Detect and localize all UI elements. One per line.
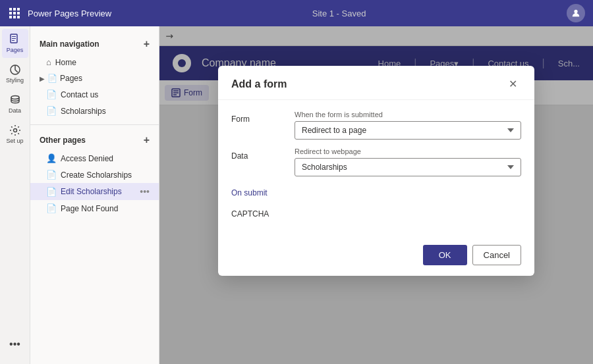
create-scholarships-label: Create Scholarships: [61, 170, 132, 180]
svg-rect-12: [12, 38, 16, 39]
form-row-label: Form: [231, 111, 284, 124]
page-not-found-icon: 📄: [46, 203, 57, 213]
create-scholarships-icon: 📄: [46, 170, 57, 180]
data-row-label: Data: [231, 147, 284, 161]
svg-rect-0: [9, 8, 12, 11]
sidebar-item-page-not-found[interactable]: 📄 Page Not Found: [30, 200, 159, 217]
svg-rect-8: [17, 16, 20, 18]
svg-point-15: [11, 96, 19, 99]
pages-group-label: Pages: [60, 74, 82, 83]
svg-rect-13: [12, 40, 14, 41]
sidebar-item-edit-scholarships[interactable]: 📄 Edit Scholarships •••: [30, 183, 159, 200]
svg-point-16: [13, 129, 16, 132]
home-label: Home: [55, 58, 76, 67]
rail-more-dots: •••: [9, 338, 20, 350]
sidebar-item-scholarships-main[interactable]: 📄 Scholarships: [30, 103, 159, 119]
icon-rail: Pages Styling Data Set up •••: [0, 26, 30, 364]
modal-close-button[interactable]: ✕: [505, 76, 521, 91]
access-denied-label: Access Denied: [61, 154, 113, 163]
other-pages-title: Other pages: [40, 136, 86, 145]
chevron-icon: ▶: [40, 75, 45, 82]
edit-scholarships-more[interactable]: •••: [140, 186, 150, 197]
edit-scholarships-icon: 📄: [46, 187, 57, 197]
sidebar-group-pages[interactable]: ▶ 📄 Pages: [30, 70, 159, 86]
pages-folder-icon: 📄: [47, 74, 57, 83]
modal-title: Add a form: [231, 78, 287, 90]
svg-rect-7: [13, 16, 16, 18]
site-status: Site 1 - Saved: [118, 9, 560, 18]
page-not-found-label: Page Not Found: [61, 204, 118, 213]
home-icon: ⌂: [46, 57, 51, 67]
contact-page-icon: 📄: [46, 90, 57, 99]
other-pages-header: Other pages +: [30, 130, 159, 150]
rail-more[interactable]: •••: [2, 330, 28, 359]
scholarships-page-icon: 📄: [46, 106, 57, 116]
cancel-button[interactable]: Cancel: [472, 245, 521, 265]
modal-body: Form When the form is submitted Redirect…: [218, 100, 534, 237]
website-preview: Company name Home | Pages▾ | Contact us …: [159, 46, 593, 364]
modal-overlay: Add a form ✕ Form When the form is submi…: [159, 26, 593, 364]
rail-data-label: Data: [9, 107, 21, 114]
captcha-label: CAPTCHA: [231, 205, 284, 219]
ok-button[interactable]: OK: [423, 245, 467, 265]
modal-header: Add a form ✕: [218, 66, 534, 100]
main-content: ↗ Company name Home | Pages▾ | Contact u…: [159, 26, 593, 364]
rail-styling-label: Styling: [6, 77, 24, 84]
svg-rect-6: [9, 16, 12, 18]
svg-rect-11: [12, 36, 16, 37]
edit-scholarships-label: Edit Scholarships: [61, 187, 122, 196]
redirect-select[interactable]: Redirect to a pageStay on pageRedirect t…: [295, 121, 521, 140]
main-nav-title: Main navigation: [40, 39, 99, 49]
sidebar-item-home[interactable]: ⌂ Home: [30, 54, 159, 70]
modal-row-data: Data Redirect to webpage ScholarshipsHom…: [231, 147, 521, 176]
sidebar-item-create-scholarships[interactable]: 📄 Create Scholarships: [30, 167, 159, 183]
svg-rect-2: [17, 8, 20, 11]
add-other-page-button[interactable]: +: [144, 134, 150, 146]
app-title: Power Pages Preview: [28, 9, 111, 18]
rail-styling[interactable]: Styling: [2, 59, 28, 88]
on-submit-label[interactable]: On submit: [231, 184, 284, 197]
rail-pages[interactable]: Pages: [2, 29, 28, 58]
modal-row-captcha: CAPTCHA: [231, 205, 521, 219]
apps-icon[interactable]: [8, 7, 21, 20]
when-submitted-header: When the form is submitted: [295, 111, 521, 118]
sidebar-item-access-denied[interactable]: 👤 Access Denied: [30, 150, 159, 167]
rail-data[interactable]: Data: [2, 90, 28, 118]
sidebar: Main navigation + ⌂ Home ▶ 📄 Pages 📄 Con…: [30, 26, 159, 364]
main-layout: Pages Styling Data Set up ••• Main navig…: [0, 26, 593, 364]
sidebar-item-contact[interactable]: 📄 Contact us: [30, 86, 159, 103]
svg-rect-3: [9, 12, 12, 14]
svg-rect-5: [17, 12, 20, 14]
main-nav-header: Main navigation +: [30, 34, 159, 54]
rail-pages-label: Pages: [7, 47, 24, 53]
access-denied-icon: 👤: [46, 153, 57, 163]
top-bar: Power Pages Preview Site 1 - Saved: [0, 0, 593, 26]
svg-rect-1: [13, 8, 16, 11]
redirect-webpage-header: Redirect to webpage: [295, 147, 521, 155]
webpage-select[interactable]: ScholarshipsHomeContact usEdit Scholarsh…: [295, 158, 521, 176]
modal-row-submit: On submit: [231, 184, 521, 197]
modal-footer: OK Cancel: [218, 237, 534, 276]
add-form-modal: Add a form ✕ Form When the form is submi…: [218, 66, 534, 276]
contact-label: Contact us: [61, 90, 98, 99]
modal-row-form: Form When the form is submitted Redirect…: [231, 111, 521, 140]
redirect-webpage-group: Redirect to webpage ScholarshipsHomeCont…: [295, 147, 521, 176]
add-main-nav-button[interactable]: +: [144, 38, 150, 50]
when-submitted-group: When the form is submitted Redirect to a…: [295, 111, 521, 140]
rail-setup-label: Set up: [6, 138, 23, 144]
scholarships-main-label: Scholarships: [61, 107, 106, 116]
user-avatar[interactable]: [567, 4, 585, 22]
svg-point-9: [574, 10, 577, 13]
rail-setup[interactable]: Set up: [2, 120, 28, 149]
svg-rect-4: [13, 12, 16, 14]
sidebar-divider: [30, 124, 159, 125]
